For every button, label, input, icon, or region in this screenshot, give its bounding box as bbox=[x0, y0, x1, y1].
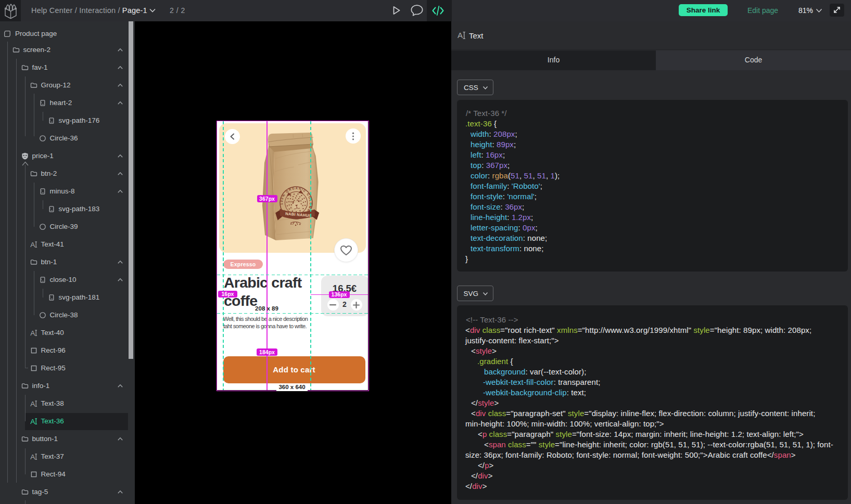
svg-text:A: A bbox=[458, 31, 463, 40]
svg-text:A: A bbox=[30, 329, 35, 337]
svg-text:A: A bbox=[30, 241, 35, 248]
svg-text:A: A bbox=[30, 453, 35, 460]
svg-text:A: A bbox=[30, 418, 35, 425]
svg-text:A: A bbox=[30, 400, 35, 407]
